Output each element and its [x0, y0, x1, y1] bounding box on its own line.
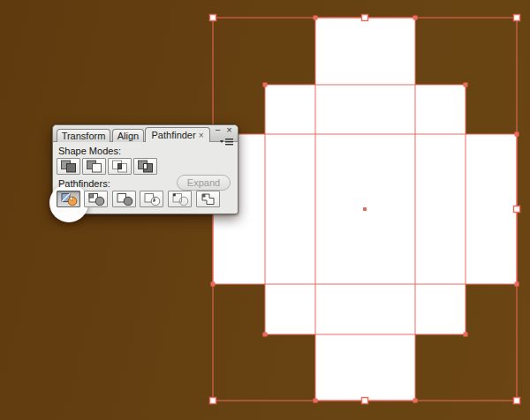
outline-icon: [170, 192, 190, 206]
bounding-box-handle[interactable]: [514, 15, 520, 21]
anchor-point: [314, 399, 318, 403]
tab-pathfinder[interactable]: Pathfinder×: [145, 127, 210, 142]
divide-button[interactable]: [57, 191, 80, 207]
tab-pathfinder-label: Pathfinder: [152, 130, 196, 140]
bounding-box-handle[interactable]: [362, 15, 368, 21]
shape-modes-label: Shape Modes:: [58, 146, 121, 156]
intersect-shape-icon: [110, 160, 130, 173]
crop-icon: [142, 192, 162, 206]
panel-tab-strip: Transform Align Pathfinder× − ×: [53, 125, 238, 142]
intersect-shape-areas-button[interactable]: [108, 158, 132, 175]
outline-button[interactable]: [168, 191, 192, 207]
bounding-box-handle[interactable]: [210, 15, 216, 21]
pathfinders-label: Pathfinders:: [58, 178, 110, 189]
bounding-box-handle[interactable]: [514, 206, 520, 213]
tab-close-icon[interactable]: ×: [199, 131, 204, 140]
trim-button[interactable]: [84, 191, 108, 207]
anchor-point: [263, 83, 268, 87]
anchor-point: [413, 399, 418, 403]
tab-transform[interactable]: Transform: [57, 129, 110, 142]
anchor-point: [314, 16, 318, 20]
bounding-box-handle[interactable]: [210, 398, 216, 404]
minus-back-icon: [199, 192, 218, 206]
bounding-box-handle[interactable]: [362, 398, 368, 404]
crop-button[interactable]: [140, 191, 163, 207]
add-shape-icon: [59, 160, 79, 173]
selection-center-point: [363, 207, 367, 211]
panel-body: Shape Modes:: [53, 142, 238, 214]
anchor-point: [211, 282, 216, 287]
trim-icon: [87, 192, 106, 206]
expand-button[interactable]: Expand: [177, 175, 231, 191]
anchor-point: [515, 132, 519, 137]
anchor-point: [263, 333, 268, 337]
pathfinder-panel: Transform Align Pathfinder× − × Shape Mo…: [52, 124, 238, 214]
merge-button[interactable]: [112, 191, 136, 207]
anchor-point: [464, 83, 468, 87]
bounding-box-handle[interactable]: [514, 398, 520, 404]
tab-align[interactable]: Align: [112, 129, 144, 142]
add-to-shape-area-button[interactable]: [57, 158, 80, 175]
exclude-shape-icon: [136, 160, 155, 173]
anchor-point: [515, 282, 519, 287]
panel-menu-icon[interactable]: [219, 133, 234, 141]
minus-back-button[interactable]: [196, 191, 220, 207]
subtract-from-shape-area-button[interactable]: [82, 158, 106, 175]
anchor-point: [464, 333, 468, 337]
divide-icon: [59, 192, 79, 206]
anchor-point: [413, 16, 418, 20]
merge-icon: [115, 192, 134, 206]
exclude-overlapping-shape-areas-button[interactable]: [133, 158, 157, 175]
subtract-shape-icon: [85, 160, 104, 173]
